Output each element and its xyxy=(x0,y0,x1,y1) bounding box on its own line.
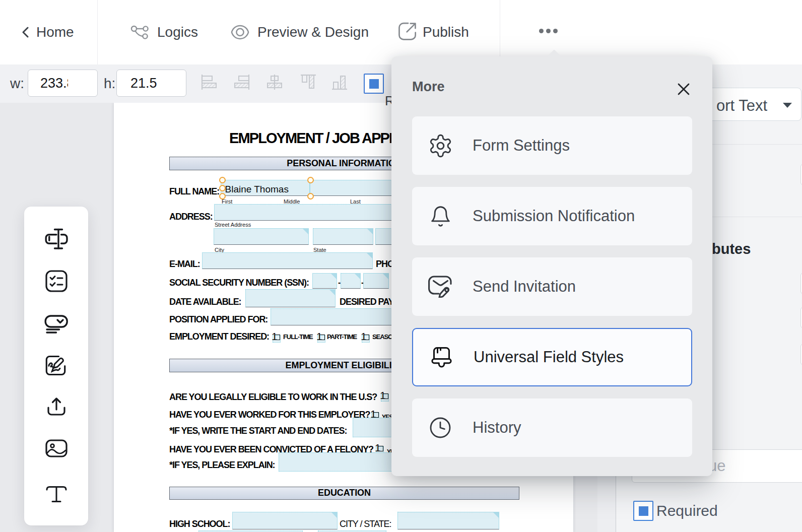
preview-design-button[interactable]: Preview & Design xyxy=(231,0,369,64)
field-corner-marker-icon xyxy=(367,229,373,234)
checkbox-seasonal[interactable]: 1 xyxy=(361,332,373,345)
text-element-icon xyxy=(44,482,69,506)
label-q-dates: *IF YES, WRITE THE START AND END DATES: xyxy=(169,426,347,436)
upload-field-icon xyxy=(44,394,69,419)
palette-checkbox-field-button[interactable] xyxy=(44,269,69,293)
publish-button[interactable]: Publish xyxy=(397,0,469,64)
palette-signature-field-button[interactable] xyxy=(44,352,69,376)
more-menu-button[interactable] xyxy=(539,29,558,33)
field-ssn-3[interactable] xyxy=(363,273,389,289)
field-corner-marker-icon xyxy=(355,274,360,279)
label-q-worked: HAVE YOU EVER WORKED FOR THIS EMPLOYER? xyxy=(169,410,370,420)
checkbox-field-icon xyxy=(44,269,69,293)
label-date-available: DATE AVAILABLE: xyxy=(169,297,241,307)
topbar-divider-2 xyxy=(500,0,500,64)
field-type-value-fragment: ort Text xyxy=(716,97,767,115)
field-middle-name[interactable] xyxy=(310,180,398,196)
label-ssn: SOCIAL SECURITY NUMBER (SSN): xyxy=(169,278,309,288)
align-top-icon[interactable] xyxy=(300,74,317,91)
field-city[interactable] xyxy=(214,228,309,245)
more-popover: More Form Settings Submission Notificati… xyxy=(391,56,712,476)
width-value: 233.8 xyxy=(40,76,68,91)
palette-upload-field-button[interactable] xyxy=(44,394,69,419)
dropdown-field-icon xyxy=(44,310,69,335)
chevron-down-icon xyxy=(783,103,792,108)
mail-pencil-icon xyxy=(427,274,453,300)
menu-item-submission-notification[interactable]: Submission Notification xyxy=(412,187,692,245)
checkbox-eligible-yes[interactable]: 1 xyxy=(380,391,392,404)
field-corner-marker-icon xyxy=(331,274,337,279)
menu-item-history[interactable]: History xyxy=(412,398,692,457)
clock-icon xyxy=(427,415,453,441)
menu-item-label: Universal Field Styles xyxy=(474,348,624,366)
label-q-explain: *IF YES, PLEASE EXPLAIN: xyxy=(169,460,275,471)
label-address: ADDRESS: xyxy=(169,212,213,222)
label-desired-pay: DESIRED PAY xyxy=(340,297,394,307)
printed-checkbox-square xyxy=(383,393,388,399)
menu-item-label: Submission Notification xyxy=(473,207,635,225)
printed-checkbox-square xyxy=(319,335,325,340)
section-bar-education: EDUCATION xyxy=(169,487,519,500)
section-bar-label: PERSONAL INFORMATION xyxy=(287,158,402,169)
required-checkbox[interactable] xyxy=(633,501,653,521)
height-value: 21.5 xyxy=(130,76,157,91)
field-ssn-2[interactable] xyxy=(341,273,361,289)
menu-item-form-settings[interactable]: Form Settings xyxy=(412,116,692,175)
align-left-icon[interactable] xyxy=(201,74,218,91)
signature-field-icon xyxy=(44,352,69,376)
width-input[interactable]: 233.8 xyxy=(28,70,98,97)
field-ssn-1[interactable] xyxy=(312,273,337,289)
checkbox-full-time[interactable]: 1 xyxy=(272,332,284,345)
field-corner-marker-icon xyxy=(303,229,308,234)
required-label: Required xyxy=(656,502,718,519)
resize-handle-top-left[interactable] xyxy=(219,177,226,183)
field-high-school[interactable] xyxy=(232,512,338,529)
resize-handle-bottom-left[interactable] xyxy=(219,193,226,200)
close-icon[interactable] xyxy=(676,82,691,97)
text-input-field-icon xyxy=(44,227,69,251)
menu-item-universal-field-styles[interactable]: Universal Field Styles xyxy=(412,328,692,386)
resize-handle-top-right[interactable] xyxy=(307,177,314,183)
field-email[interactable] xyxy=(202,252,373,269)
dot-icon xyxy=(539,29,544,33)
popover-title: More xyxy=(412,79,445,95)
logics-icon xyxy=(130,24,149,40)
topbar-divider-1 xyxy=(97,0,98,64)
align-bottom-icon[interactable] xyxy=(331,74,348,91)
section-bar-label: EDUCATION xyxy=(318,488,371,498)
palette-dropdown-field-button[interactable] xyxy=(44,310,69,335)
pdf-editor-app: EMPLOYMENT / JOB APPLICATION PERSONAL IN… xyxy=(0,0,802,532)
field-corner-marker-icon xyxy=(493,512,499,518)
image-element-icon xyxy=(44,436,69,460)
height-input[interactable]: 21.5 xyxy=(116,70,186,97)
align-right-icon[interactable] xyxy=(233,74,250,91)
resize-handle-bottom-right[interactable] xyxy=(307,193,314,200)
palette-text-element-button[interactable] xyxy=(44,482,69,506)
resize-handle-mid-left[interactable] xyxy=(219,185,226,191)
field-palette xyxy=(24,207,88,525)
field-hs-city-state[interactable] xyxy=(397,512,499,529)
printed-checkbox-square xyxy=(275,335,280,340)
menu-item-label: History xyxy=(473,419,521,437)
menu-item-label: Send Invitation xyxy=(473,278,576,296)
label-position: POSITION APPLIED FOR: xyxy=(169,314,268,325)
palette-image-element-button[interactable] xyxy=(44,436,69,460)
logics-button[interactable]: Logics xyxy=(130,0,198,64)
home-button[interactable]: Home xyxy=(21,0,74,64)
publish-icon xyxy=(397,21,418,41)
menu-item-send-invitation[interactable]: Send Invitation xyxy=(412,257,692,316)
field-value-name[interactable]: Blaine Thomas xyxy=(225,184,289,195)
label-email: E-MAIL: xyxy=(169,259,200,270)
chevron-left-icon xyxy=(21,27,29,38)
palette-text-input-field-button[interactable] xyxy=(44,227,69,251)
field-corner-marker-icon xyxy=(383,274,388,279)
field-date-available[interactable] xyxy=(245,289,336,307)
toolbar-required-checkbox[interactable] xyxy=(364,74,384,94)
publish-label: Publish xyxy=(423,24,469,40)
menu-item-label: Form Settings xyxy=(473,137,570,155)
checkbox-fill xyxy=(369,79,379,89)
field-state[interactable] xyxy=(313,228,373,245)
align-center-horizontal-icon[interactable] xyxy=(266,74,283,91)
required-checkbox-fill xyxy=(639,506,648,516)
top-navigation-bar: Home Logics Preview & Design xyxy=(0,0,802,64)
